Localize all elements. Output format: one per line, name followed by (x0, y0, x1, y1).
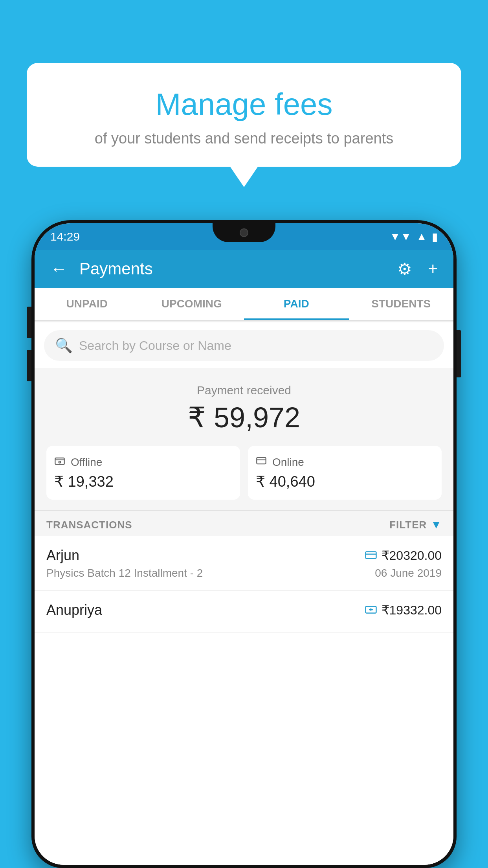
transaction-amount: ₹19332.00 (382, 603, 442, 618)
search-container: 🔍 Search by Course or Name (35, 322, 453, 369)
filter-button[interactable]: FILTER ▼ (389, 519, 442, 531)
signal-icon: ▲ (416, 230, 427, 243)
wifi-icon: ▼▼ (390, 230, 411, 243)
svg-rect-3 (365, 552, 376, 558)
back-button[interactable]: ← (46, 255, 72, 283)
power-button (457, 330, 461, 377)
search-icon: 🔍 (55, 337, 73, 354)
tab-upcoming[interactable]: UPCOMING (139, 288, 244, 320)
table-row[interactable]: Anupriya ₹19332.00 (35, 591, 453, 633)
amount-wrap: ₹19332.00 (365, 603, 442, 618)
settings-button[interactable]: ⚙ (393, 256, 416, 283)
svg-point-1 (59, 461, 61, 463)
table-row[interactable]: Arjun ₹20320.00 Physics (35, 536, 453, 591)
cash-payment-icon (365, 603, 377, 617)
status-time: 14:29 (50, 230, 80, 243)
payment-total: ₹ 59,972 (46, 401, 442, 434)
tab-students[interactable]: STUDENTS (349, 288, 454, 320)
offline-amount: ₹ 19,332 (54, 473, 232, 490)
bubble-subtitle: of your students and send receipts to pa… (46, 130, 442, 147)
search-placeholder: Search by Course or Name (79, 338, 231, 353)
add-button[interactable]: + (424, 256, 442, 282)
transactions-header: TRANSACTIONS FILTER ▼ (35, 510, 453, 539)
transaction-date: 06 June 2019 (375, 567, 442, 579)
bubble-title: Manage fees (46, 86, 442, 122)
battery-icon: ▮ (432, 230, 438, 243)
phone-frame: 14:29 ▼▼ ▲ ▮ ← Payments ⚙ + UNPAID (31, 220, 457, 868)
online-amount: ₹ 40,640 (256, 473, 434, 490)
online-icon (256, 455, 267, 469)
offline-card: Offline ₹ 19,332 (46, 446, 240, 500)
transaction-course: Physics Batch 12 Installment - 2 (46, 567, 203, 579)
speech-bubble: Manage fees of your students and send re… (27, 63, 461, 167)
filter-icon: ▼ (431, 519, 442, 531)
transaction-list: Arjun ₹20320.00 Physics (35, 536, 453, 865)
status-icons: ▼▼ ▲ ▮ (390, 230, 438, 243)
search-bar[interactable]: 🔍 Search by Course or Name (44, 330, 444, 361)
offline-icon (54, 455, 65, 469)
volume-button-2 (27, 350, 31, 381)
transaction-amount: ₹20320.00 (382, 548, 442, 563)
payment-summary: Payment received ₹ 59,972 (35, 368, 453, 511)
transaction-name: Arjun (46, 547, 79, 564)
front-camera (240, 228, 248, 237)
app-bar: ← Payments ⚙ + (35, 250, 453, 288)
amount-wrap: ₹20320.00 (365, 548, 442, 563)
svg-rect-2 (257, 458, 266, 464)
app-title: Payments (79, 259, 385, 278)
transactions-label: TRANSACTIONS (46, 519, 132, 531)
card-payment-icon (365, 549, 377, 562)
tab-bar: UNPAID UPCOMING PAID STUDENTS (35, 288, 453, 321)
phone-screen: 14:29 ▼▼ ▲ ▮ ← Payments ⚙ + UNPAID (35, 223, 453, 865)
payment-cards: Offline ₹ 19,332 Online (46, 446, 442, 500)
volume-button (27, 307, 31, 338)
offline-label: Offline (71, 456, 102, 469)
phone-notch (213, 223, 275, 242)
transaction-name: Anupriya (46, 602, 102, 618)
tab-unpaid[interactable]: UNPAID (35, 288, 139, 320)
payment-label: Payment received (46, 384, 442, 397)
filter-label: FILTER (389, 519, 427, 531)
tab-paid[interactable]: PAID (244, 288, 349, 320)
online-card: Online ₹ 40,640 (248, 446, 442, 500)
online-label: Online (272, 456, 304, 469)
